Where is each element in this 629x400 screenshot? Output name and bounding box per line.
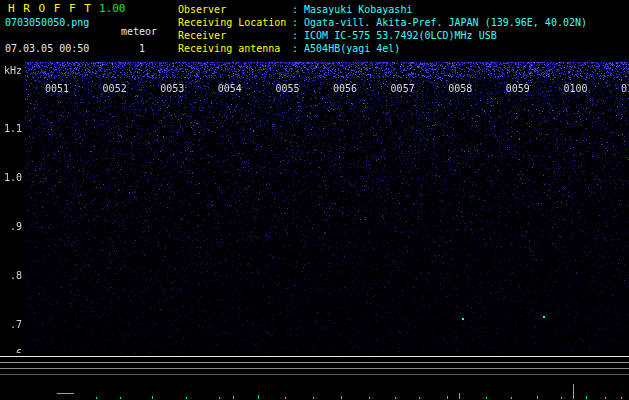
level-tick-bar [419, 397, 420, 399]
level-tick-bar [586, 396, 587, 399]
level-panel-gridline [0, 362, 629, 363]
level-tick-bar [258, 395, 259, 399]
level-tick-bar [313, 397, 314, 399]
level-tick-bar [186, 397, 187, 399]
level-tick-bar [233, 396, 234, 399]
level-tick-bar [120, 397, 121, 399]
level-tick-bar [285, 397, 286, 399]
meteor-echo-mark [462, 318, 464, 320]
level-tick-bar [447, 396, 448, 399]
level-tick-bar [369, 397, 370, 399]
level-tick-bar [605, 397, 606, 399]
level-tick-bar [561, 397, 562, 399]
level-tick-bar [57, 393, 74, 394]
level-tick-bar [395, 397, 396, 399]
level-tick-bar [537, 396, 538, 399]
hrofft-screen: H R O F F T 1.00 0703050050.png meteor 0… [0, 0, 629, 400]
level-panel-gridline [0, 356, 629, 357]
level-tick-bar [219, 397, 220, 399]
level-tick-bar [152, 396, 153, 399]
level-panel-gridline [0, 368, 629, 369]
level-tick-bar [96, 397, 97, 399]
level-tick-bar [341, 396, 342, 399]
meteor-echo-mark [543, 316, 545, 318]
signal-level-panel [0, 353, 629, 400]
level-panel-gridline [0, 374, 629, 375]
echo-marks-layer [0, 0, 629, 400]
level-tick-bar [621, 397, 622, 399]
level-tick-bar [573, 384, 574, 399]
level-tick-bar [459, 393, 460, 399]
level-tick-bar [511, 397, 512, 399]
level-tick-bar [486, 397, 487, 399]
